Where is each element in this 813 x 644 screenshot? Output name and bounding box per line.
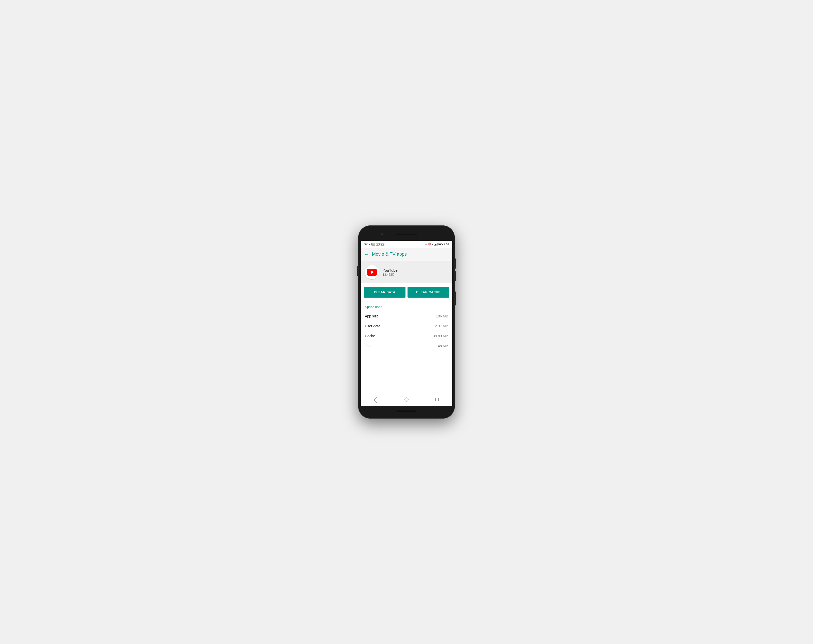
left-button[interactable] — [357, 266, 358, 276]
phone-bottom-bar — [361, 406, 452, 416]
youtube-play-icon — [371, 270, 374, 274]
storage-label: Total — [365, 344, 372, 348]
temperature-display: 66° — [364, 243, 367, 246]
battery-icon — [438, 243, 443, 245]
phone-top-bar — [361, 228, 452, 241]
storage-label: User data — [365, 324, 380, 328]
status-bar-left: 66° ▶ HD HD HD — [364, 243, 384, 246]
phone-inner: 66° ▶ HD HD HD ∗ ⏰ ▾ — [361, 228, 452, 416]
signal-icon — [434, 243, 438, 245]
bluetooth-icon: ∗ — [425, 243, 427, 245]
storage-rows-container: App size106 MBUser data2.31 MBCache39.89… — [365, 311, 448, 351]
volume-down-button[interactable] — [455, 271, 456, 281]
earpiece-speaker — [397, 233, 416, 235]
nav-bar — [361, 393, 452, 406]
app-icon-wrapper — [365, 265, 379, 279]
app-name: YouTube — [383, 268, 398, 273]
app-info-section: YouTube 13.45.52 — [361, 261, 452, 284]
storage-label: App size — [365, 314, 378, 318]
storage-value: 39.89 MB — [433, 334, 448, 338]
home-nav-icon — [404, 397, 409, 402]
storage-row: User data2.31 MB — [365, 321, 448, 331]
storage-row: App size106 MB — [365, 311, 448, 321]
phone-device: 66° ▶ HD HD HD ∗ ⏰ ▾ — [358, 225, 455, 419]
back-nav-icon — [374, 397, 380, 403]
storage-label: Cache — [365, 334, 375, 338]
back-nav-button[interactable] — [370, 393, 382, 406]
storage-section-title: Space used — [365, 305, 448, 309]
hd-badge-1: HD — [371, 243, 375, 245]
app-version: 13.45.52 — [383, 273, 398, 276]
recents-nav-icon — [435, 398, 439, 401]
alarm-icon: ⏰ — [428, 243, 431, 245]
wifi-icon: ▾ — [432, 243, 433, 246]
power-button[interactable] — [455, 291, 456, 305]
recents-nav-button[interactable] — [431, 393, 443, 406]
action-buttons-section: CLEAR DATA CLEAR CACHE — [361, 284, 452, 301]
youtube-status-icon: ▶ — [369, 243, 371, 245]
front-camera — [381, 233, 383, 235]
youtube-app-icon — [367, 268, 377, 276]
storage-value: 148 MB — [436, 344, 448, 348]
storage-row: Total148 MB — [365, 341, 448, 351]
storage-section: Space used App size106 MBUser data2.31 M… — [361, 301, 452, 393]
storage-value: 2.31 MB — [435, 324, 448, 328]
bottom-speaker — [397, 411, 416, 412]
status-bar: 66° ▶ HD HD HD ∗ ⏰ ▾ — [361, 241, 452, 248]
app-bar: ← Movie & TV apps — [361, 248, 452, 261]
storage-row: Cache39.89 MB — [365, 331, 448, 341]
status-bar-right: ∗ ⏰ ▾ 2:51 — [425, 243, 449, 246]
hd-badge-2: HD — [376, 243, 380, 245]
clear-cache-button[interactable]: CLEAR CACHE — [407, 287, 449, 297]
hd-badge-3: HD — [381, 243, 384, 245]
screen: 66° ▶ HD HD HD ∗ ⏰ ▾ — [361, 241, 452, 406]
clear-data-button[interactable]: CLEAR DATA — [364, 287, 406, 297]
storage-value: 106 MB — [436, 314, 448, 318]
back-button[interactable]: ← — [364, 252, 369, 257]
page-title: Movie & TV apps — [372, 251, 407, 257]
volume-up-button[interactable] — [455, 258, 456, 268]
home-nav-button[interactable] — [400, 393, 413, 406]
app-details: YouTube 13.45.52 — [383, 268, 398, 276]
status-time: 2:51 — [444, 243, 449, 246]
